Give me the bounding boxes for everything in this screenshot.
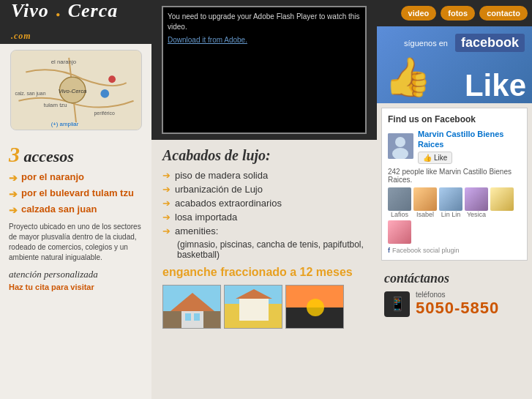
- bottom-images: [162, 285, 366, 332]
- left-sidebar: Vivo ● Cerca .com Vivo-Cerca el naranjo: [0, 0, 151, 399]
- feature-arrow-1: ➔: [162, 170, 171, 181]
- svg-text:Vivo-Cerca: Vivo-Cerca: [58, 88, 86, 94]
- accesos-title: 3 accesos: [9, 142, 143, 167]
- amenities-detail: (gimnasio, piscinas, cancha de tenis, pa…: [177, 239, 366, 260]
- phone-row: 📱 teléfonos 5050-5850: [384, 291, 525, 318]
- fb-page-name: Marvin Castillo Bienes Raices: [418, 129, 521, 150]
- acceso-label-3: calzada san juan: [21, 204, 97, 215]
- phone-icon: 📱: [384, 291, 410, 317]
- map-image: Vivo-Cerca el naranjo tulam tzu calz. sa…: [10, 50, 142, 130]
- accesos-label: accesos: [24, 147, 74, 165]
- fb-like-button[interactable]: 👍 Like: [418, 152, 452, 164]
- feature-arrow-4: ➔: [162, 212, 171, 223]
- acceso-label-2: por el bulevard tulam tzu: [21, 187, 134, 198]
- svg-rect-15: [194, 313, 200, 321]
- facebook-logo: facebook: [455, 34, 525, 52]
- fb-avatar-1: Lafios: [388, 187, 411, 218]
- personalized-text: atención personalizada: [9, 269, 143, 280]
- accesos-number: 3: [9, 142, 20, 166]
- svg-point-24: [395, 137, 405, 147]
- contactanos-title: contáctanos: [384, 271, 525, 286]
- telefonos-label: teléfonos: [416, 291, 499, 299]
- facebook-section: síguenos en facebook 👍 Like: [377, 26, 532, 103]
- map-area: Vivo-Cerca el naranjo tulam tzu calz. sa…: [0, 44, 151, 136]
- feature-label-4: losa importada: [175, 212, 237, 223]
- svg-text:calz. san juan: calz. san juan: [15, 91, 45, 97]
- acceso-item-2: ➔ por el bulevard tulam tzu: [9, 187, 143, 200]
- logo-com: .com: [11, 31, 31, 41]
- right-sidebar: video fotos contacto síguenos en faceboo…: [377, 0, 532, 399]
- fb-plugin-text: f Facebook social plugin: [388, 247, 521, 254]
- finished-title: Acabados de lujo:: [162, 147, 366, 164]
- feature-arrow-5: ➔: [162, 225, 171, 236]
- fb-plugin-label: Facebook social plugin: [392, 247, 460, 254]
- fb-avatar-2: Isabel: [413, 187, 437, 218]
- feature-4: ➔ losa importada: [162, 212, 366, 223]
- feature-arrow-2: ➔: [162, 184, 171, 195]
- project-description: Proyecto ubicado en uno de los sectores …: [9, 222, 143, 263]
- svg-point-22: [307, 299, 324, 316]
- flash-link[interactable]: Download it from Adobe.: [168, 36, 247, 44]
- feature-5: ➔ amenities:: [162, 225, 366, 236]
- top-nav-bar: video fotos contacto: [377, 0, 532, 26]
- svg-text:el naranjo: el naranjo: [50, 59, 76, 65]
- feature-3: ➔ acabados extraordinarios: [162, 198, 366, 209]
- thumb-sunset: [285, 285, 344, 329]
- siguenos-row: síguenos en facebook: [404, 34, 525, 52]
- center-content: You need to upgrade your Adobe Flash Pla…: [151, 0, 377, 399]
- cita-text: Haz tu cita para visitar: [9, 283, 143, 291]
- video-section: You need to upgrade your Adobe Flash Pla…: [151, 0, 377, 140]
- feature-label-5: amenities:: [175, 225, 218, 236]
- feature-2: ➔ urbanización de Lujo: [162, 184, 366, 195]
- logo-cerca: Cerca: [68, 0, 119, 21]
- svg-rect-18: [239, 299, 269, 321]
- svg-rect-13: [181, 311, 203, 329]
- feature-1: ➔ piso de madera solida: [162, 170, 366, 181]
- like-text: Like: [465, 68, 526, 103]
- fb-avatars-row: Lafios Isabel Lin Lin Yesica: [388, 187, 521, 244]
- finished-section: Acabados de lujo: ➔ piso de madera solid…: [151, 140, 377, 399]
- svg-point-4: [108, 75, 116, 83]
- fb-icon-small: f: [388, 247, 390, 254]
- fb-like-label: Like: [434, 154, 447, 162]
- fb-find-title: Find us on Facebook: [388, 114, 521, 124]
- feature-label-1: piso de madera solida: [175, 170, 268, 181]
- fb-like-icon: 👍: [423, 154, 432, 162]
- fb-page-avatar: [388, 133, 413, 159]
- svg-point-3: [100, 89, 109, 98]
- feature-label-2: urbanización de Lujo: [175, 184, 263, 195]
- acceso-label-1: por el naranjo: [21, 171, 84, 182]
- fb-avatar-3: Lin Lin: [439, 187, 462, 218]
- acceso-item-3: ➔ calzada san juan: [9, 204, 143, 216]
- logo-vivo: Vivo: [11, 0, 49, 21]
- arrow-icon-1: ➔: [9, 172, 18, 184]
- fb-profile-row: Marvin Castillo Bienes Raices 👍 Like: [388, 129, 521, 164]
- acceso-item-1: ➔ por el naranjo: [9, 171, 143, 184]
- logo-area: Vivo ● Cerca .com: [0, 0, 151, 44]
- fb-count-text: 242 people like Marvin Castillo Bienes R…: [388, 168, 521, 184]
- flash-message: You need to upgrade your Adobe Flash Pla…: [168, 12, 361, 32]
- fb-avatar-6: [388, 220, 411, 244]
- thumb-yellow: [224, 285, 282, 329]
- svg-text:periférico: periférico: [94, 111, 114, 116]
- contactanos-section: contáctanos 📱 teléfonos 5050-5850: [377, 265, 532, 324]
- video-btn[interactable]: video: [401, 6, 437, 20]
- video-player[interactable]: You need to upgrade your Adobe Flash Pla…: [162, 6, 367, 134]
- svg-text:(+) ampliar: (+) ampliar: [50, 121, 78, 127]
- contacto-btn[interactable]: contacto: [479, 6, 528, 20]
- phone-info: teléfonos 5050-5850: [416, 291, 499, 318]
- svg-rect-14: [185, 313, 191, 321]
- enganche-text: enganche fraccionado a 12 meses: [162, 266, 366, 279]
- siguenos-text: síguenos en: [404, 39, 448, 48]
- arrow-icon-2: ➔: [9, 188, 18, 200]
- logo-dot: ●: [56, 10, 61, 18]
- fb-find-box: Find us on Facebook Marvin Castillo Bien…: [381, 108, 528, 261]
- feature-arrow-3: ➔: [162, 198, 171, 209]
- arrow-icon-3: ➔: [9, 204, 18, 216]
- fotos-btn[interactable]: fotos: [441, 6, 475, 20]
- sidebar-content: 3 accesos ➔ por el naranjo ➔ por el bule…: [0, 136, 151, 399]
- phone-number: 5050-5850: [416, 299, 499, 318]
- fb-page-info: Marvin Castillo Bienes Raices 👍 Like: [418, 129, 521, 164]
- fb-avatar-5: [490, 187, 514, 218]
- thumb-up-icon: 👍: [384, 55, 432, 100]
